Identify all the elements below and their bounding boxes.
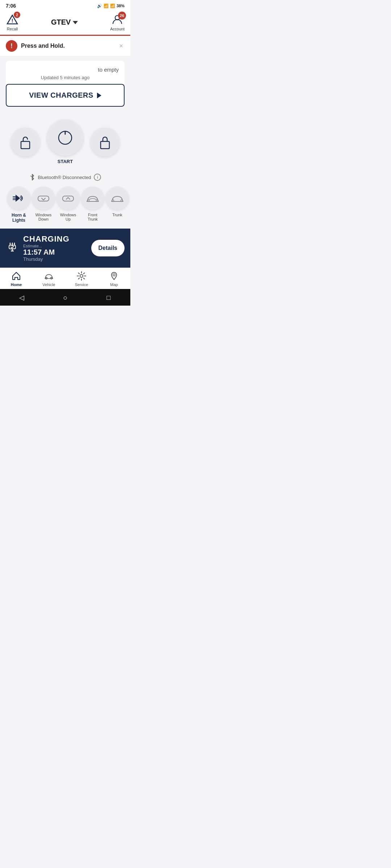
back-button[interactable]: ◁ bbox=[17, 293, 27, 303]
view-chargers-button[interactable]: VIEW CHARGERS bbox=[6, 84, 125, 107]
svg-rect-6 bbox=[101, 141, 109, 149]
trunk-circle bbox=[106, 187, 129, 210]
start-circle bbox=[47, 120, 83, 156]
map-icon bbox=[109, 271, 119, 281]
bluetooth-info-icon[interactable]: i bbox=[94, 174, 101, 181]
home-icon bbox=[11, 271, 21, 281]
alert-icon: ! bbox=[6, 40, 17, 52]
charging-title: CHARGING bbox=[23, 234, 87, 244]
svg-point-13 bbox=[88, 200, 89, 202]
alert-close-button[interactable]: × bbox=[118, 41, 125, 51]
windows-up-label: WindowsUp bbox=[60, 213, 76, 221]
trunk-button[interactable]: Trunk bbox=[106, 187, 129, 217]
status-icons: 🔊 📶 📶 38% bbox=[97, 4, 125, 8]
bluetooth-section: Bluetooth® Disconnected i bbox=[6, 168, 125, 184]
status-bar: 7:06 🔊 📶 📶 38% bbox=[0, 0, 130, 10]
bluetooth-status-icon: 🔊 bbox=[97, 4, 102, 8]
service-icon bbox=[76, 271, 87, 281]
home-button[interactable]: ○ bbox=[60, 293, 70, 303]
bluetooth-icon bbox=[29, 174, 35, 181]
alert-text: Press and Hold. bbox=[21, 43, 114, 49]
horn-lights-button[interactable]: Horn &Lights bbox=[7, 187, 30, 223]
recall-badge: 2 bbox=[14, 12, 20, 18]
account-badge: 26 bbox=[118, 12, 126, 20]
nav-service[interactable]: Service bbox=[65, 271, 98, 287]
start-button[interactable]: START bbox=[47, 120, 83, 164]
svg-rect-12 bbox=[63, 196, 73, 201]
front-trunk-label: FrontTrunk bbox=[88, 213, 98, 221]
wifi-icon: 📶 bbox=[104, 4, 109, 8]
recall-label: Recall bbox=[7, 27, 18, 31]
recents-button[interactable]: □ bbox=[104, 293, 114, 303]
update-section: to empty Updated 5 minutes ago bbox=[6, 61, 125, 84]
actions-row: Horn &Lights WindowsDown WindowsUp bbox=[6, 184, 125, 227]
alert-banner: ! Press and Hold. × bbox=[0, 36, 130, 56]
details-button[interactable]: Details bbox=[91, 240, 125, 256]
updated-text: Updated 5 minutes ago bbox=[12, 73, 119, 84]
vehicle-selector[interactable]: GTEV bbox=[51, 18, 78, 26]
view-chargers-label: VIEW CHARGERS bbox=[29, 91, 93, 99]
status-time: 7:06 bbox=[6, 3, 16, 9]
charging-day: Thursday bbox=[23, 256, 87, 262]
svg-rect-3 bbox=[21, 141, 30, 149]
charging-time: 11:57 AM bbox=[23, 248, 87, 256]
start-label: START bbox=[58, 159, 73, 164]
svg-point-20 bbox=[80, 275, 83, 277]
horn-lights-circle bbox=[7, 187, 30, 210]
charging-estimate: Estimate... bbox=[23, 244, 87, 248]
account-label: Account bbox=[110, 27, 125, 31]
svg-point-14 bbox=[96, 200, 98, 202]
nav-vehicle[interactable]: Vehicle bbox=[33, 271, 65, 287]
vehicle-icon bbox=[44, 271, 54, 281]
unlock-button[interactable] bbox=[11, 128, 40, 157]
bottom-nav: Home Vehicle Service Map bbox=[0, 268, 130, 289]
home-label: Home bbox=[11, 282, 22, 287]
windows-up-circle bbox=[56, 187, 80, 210]
header: 2 ! Recall GTEV 26 Account bbox=[0, 10, 130, 36]
svg-point-16 bbox=[121, 200, 123, 202]
to-empty-text: to empty bbox=[12, 64, 119, 73]
charging-plug-icon bbox=[6, 242, 19, 255]
account-button[interactable]: 26 Account bbox=[110, 13, 125, 31]
svg-point-21 bbox=[113, 274, 115, 276]
windows-down-circle bbox=[32, 187, 55, 210]
battery-text: 38% bbox=[117, 4, 125, 8]
vehicle-controls: START bbox=[6, 112, 125, 168]
lock-button[interactable] bbox=[91, 128, 119, 157]
svg-text:!: ! bbox=[12, 18, 13, 24]
charging-info: CHARGING Estimate... 11:57 AM Thursday bbox=[23, 234, 87, 262]
windows-down-label: WindowsDown bbox=[35, 213, 52, 221]
lock-circle bbox=[91, 128, 119, 157]
nav-map[interactable]: Map bbox=[98, 271, 130, 287]
vehicle-dropdown-icon bbox=[73, 21, 78, 24]
android-nav: ◁ ○ □ bbox=[0, 289, 130, 306]
front-trunk-circle bbox=[81, 187, 104, 210]
trunk-label: Trunk bbox=[112, 213, 122, 217]
charging-banner: CHARGING Estimate... 11:57 AM Thursday D… bbox=[0, 229, 130, 268]
vehicle-label: Vehicle bbox=[42, 282, 55, 287]
map-label: Map bbox=[110, 282, 118, 287]
windows-down-button[interactable]: WindowsDown bbox=[32, 187, 55, 221]
service-label: Service bbox=[75, 282, 88, 287]
vehicle-name: GTEV bbox=[51, 18, 71, 26]
main-content: to empty Updated 5 minutes ago VIEW CHAR… bbox=[0, 56, 130, 227]
unlock-circle bbox=[11, 128, 40, 157]
front-trunk-button[interactable]: FrontTrunk bbox=[81, 187, 104, 221]
bluetooth-text: Bluetooth® Disconnected bbox=[38, 175, 91, 180]
svg-point-15 bbox=[112, 200, 114, 202]
nav-home[interactable]: Home bbox=[0, 271, 33, 287]
chevron-right-icon bbox=[97, 93, 101, 98]
horn-lights-label: Horn &Lights bbox=[12, 213, 26, 223]
recall-button[interactable]: 2 ! Recall bbox=[6, 13, 19, 31]
windows-up-button[interactable]: WindowsUp bbox=[56, 187, 80, 221]
signal-icon: 📶 bbox=[110, 4, 115, 8]
